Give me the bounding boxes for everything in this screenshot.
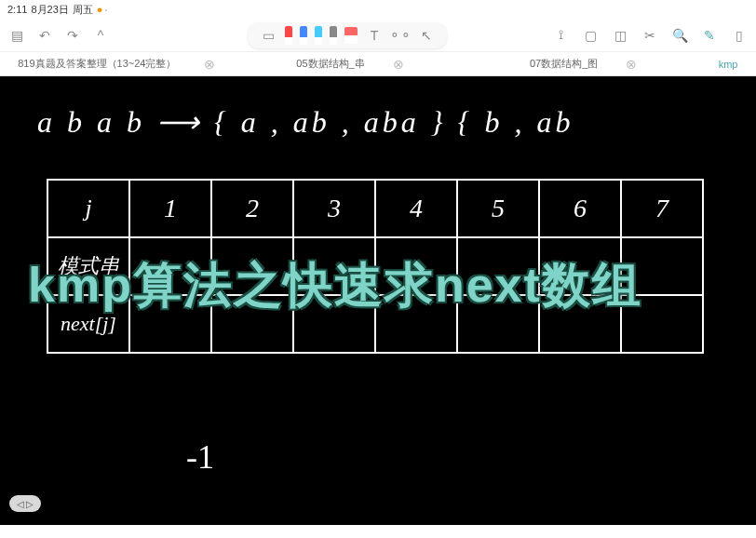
connect-icon[interactable]: ⟟ bbox=[551, 26, 570, 45]
cell: 6 bbox=[539, 180, 621, 237]
cell-j: j bbox=[47, 180, 129, 237]
bookmark-icon[interactable]: ▯ bbox=[730, 26, 749, 45]
document-icon[interactable]: ▤ bbox=[7, 26, 26, 45]
split-icon[interactable]: ◫ bbox=[611, 26, 629, 45]
tab-3[interactable]: 07数据结构_图 ⊗ bbox=[466, 52, 700, 75]
pen-red[interactable] bbox=[285, 26, 292, 45]
tab-1[interactable]: 819真题及答案整理（13~24完整） ⊗ bbox=[0, 52, 234, 75]
redo-icon[interactable]: ↷ bbox=[63, 26, 82, 45]
cell: 4 bbox=[375, 180, 457, 237]
cell: 3 bbox=[293, 180, 375, 237]
cell: 1 bbox=[129, 180, 211, 237]
tab-4-active[interactable]: kmp bbox=[700, 52, 756, 75]
tab-1-label: 819真题及答案整理（13~24完整） bbox=[18, 57, 176, 71]
status-date: 8月23日 bbox=[31, 3, 68, 17]
status-dots: • bbox=[104, 6, 107, 14]
close-icon[interactable]: ⊗ bbox=[204, 57, 215, 72]
search-icon[interactable]: 🔍 bbox=[670, 26, 689, 45]
document-tabs: 819真题及答案整理（13~24完整） ⊗ 05数据结构_串 ⊗ 07数据结构_… bbox=[0, 52, 756, 76]
pen-cyan[interactable] bbox=[315, 26, 322, 45]
tab-4-label: kmp bbox=[719, 59, 738, 70]
pen-blue[interactable] bbox=[300, 26, 307, 45]
app-toolbar: ▤ ↶ ↷ ^ ▭ T ⚬⚬ ↖ ⟟ ▢ ◫ ✂ 🔍 ✎ ▯ bbox=[0, 19, 756, 52]
square-icon[interactable]: ▢ bbox=[581, 26, 600, 45]
close-icon[interactable]: ⊗ bbox=[626, 57, 637, 72]
crop-icon[interactable]: ✂ bbox=[641, 26, 659, 45]
edit-icon[interactable]: ✎ bbox=[700, 26, 719, 45]
chevron-up-icon[interactable]: ^ bbox=[91, 26, 110, 45]
cell: 2 bbox=[211, 180, 293, 237]
device-status-bar: 2:11 8月23日 周五 ● • bbox=[0, 0, 756, 19]
eraser-tool[interactable] bbox=[344, 27, 358, 44]
drawing-canvas[interactable]: a b a b ⟶ { a , ab , aba } { b , ab j 1 … bbox=[0, 76, 756, 538]
toolbar-right-group: ⟟ ▢ ◫ ✂ 🔍 ✎ ▯ bbox=[551, 26, 749, 45]
close-icon[interactable]: ⊗ bbox=[393, 57, 404, 72]
video-title-overlay: kmp算法之快速求next数组 bbox=[28, 253, 642, 318]
page-scroll-indicator[interactable]: ◁ ▷ bbox=[9, 495, 41, 512]
status-time: 2:11 bbox=[7, 4, 27, 15]
shapes-icon[interactable]: ⚬⚬ bbox=[391, 26, 410, 45]
status-weekday: 周五 bbox=[73, 3, 93, 17]
cell: 7 bbox=[621, 180, 703, 237]
undo-icon[interactable]: ↶ bbox=[35, 26, 54, 45]
handwritten-value: -1 bbox=[186, 437, 214, 477]
table-row-index: j 1 2 3 4 5 6 7 bbox=[47, 180, 703, 237]
pen-gray[interactable] bbox=[330, 26, 337, 45]
text-tool-icon[interactable]: T bbox=[365, 26, 384, 45]
tab-2[interactable]: 05数据结构_串 ⊗ bbox=[234, 52, 467, 75]
handwritten-formula: a b a b ⟶ { a , ab , aba } { b , ab bbox=[37, 104, 574, 140]
card-icon[interactable]: ▭ bbox=[259, 26, 277, 45]
cell: 5 bbox=[457, 180, 539, 237]
page-bottom-edge bbox=[0, 525, 756, 538]
tab-2-label: 05数据结构_串 bbox=[296, 57, 364, 71]
toolbar-pen-group: ▭ T ⚬⚬ ↖ bbox=[248, 22, 447, 48]
pointer-icon[interactable]: ↖ bbox=[417, 26, 436, 45]
tab-3-label: 07数据结构_图 bbox=[530, 57, 598, 71]
toolbar-left-group: ▤ ↶ ↷ ^ bbox=[7, 26, 110, 45]
status-indicator-dot: ● bbox=[97, 4, 103, 15]
